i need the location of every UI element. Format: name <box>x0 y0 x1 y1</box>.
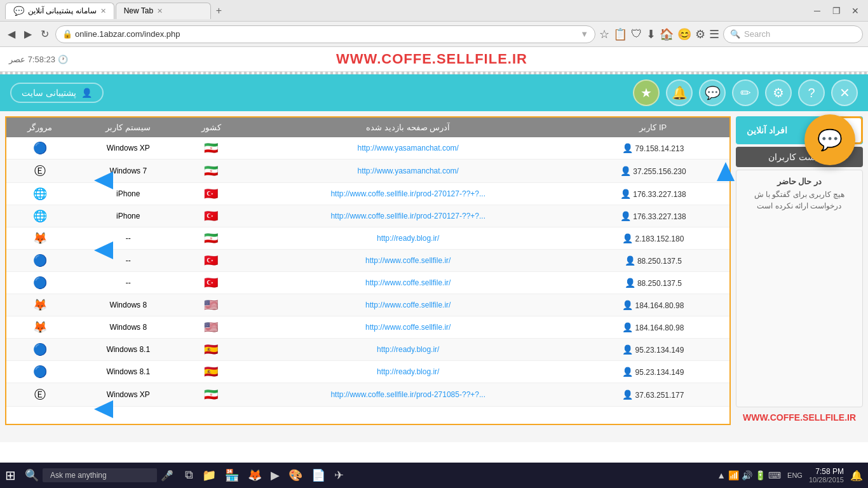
help-toolbar-btn[interactable]: ? <box>798 79 825 106</box>
cortana-icon[interactable]: 🎤 <box>161 470 173 482</box>
ip-cell: 184.164.80.98 👤 <box>577 316 729 339</box>
url-cell[interactable]: http://www.coffe.sellfile.ir/prod-270127… <box>240 205 577 227</box>
country-cell: 🇺🇸 <box>183 294 240 316</box>
file-explorer-icon[interactable]: 📁 <box>200 467 219 484</box>
url-cell[interactable]: http://ready.blog.ir/ <box>240 339 577 361</box>
url-cell[interactable]: http://www.coffe.sellfile.ir/ <box>240 294 577 316</box>
tab-support-label: سامانه پشتیبانی آنلاین <box>28 6 97 15</box>
country-cell: 🇮🇷 <box>183 137 240 159</box>
country-cell: 🇹🇷 <box>183 272 240 294</box>
wifi-icon: 📶 <box>728 470 739 480</box>
address-bar[interactable]: 🔒 online.1abzar.com/index.php ▼ <box>55 25 595 43</box>
os-cell: iPhone <box>74 205 183 227</box>
url-cell[interactable]: http://www.yasamanchat.com/ <box>240 159 577 183</box>
country-cell: 🇮🇷 <box>183 383 240 407</box>
bell-toolbar-btn[interactable]: 🔔 <box>666 79 693 106</box>
country-cell: 🇮🇷 <box>183 159 240 183</box>
url-cell[interactable]: http://www.coffe.sellfile.ir/prod-270127… <box>240 183 577 205</box>
profile-icon[interactable]: 😊 <box>677 27 691 41</box>
table-row[interactable]: 2.183.152.180 👤 http://ready.blog.ir/ 🇮🇷… <box>6 227 729 250</box>
lang-indicator[interactable]: ENG <box>787 471 803 479</box>
tray-up-icon[interactable]: ▲ <box>717 470 726 480</box>
url-cell[interactable]: http://www.yasamanchat.com/ <box>240 137 577 159</box>
taskview-icon[interactable]: ⧉ <box>182 467 196 484</box>
download-icon[interactable]: ⬇ <box>646 27 656 41</box>
dropdown-icon[interactable]: ▼ <box>580 29 588 39</box>
settings-icon[interactable]: ⚙ <box>695 27 705 41</box>
browser-cell: 🦊 <box>6 316 74 339</box>
star-icon[interactable]: ☆ <box>599 27 609 41</box>
restore-button[interactable]: ❐ <box>829 5 844 17</box>
url-cell[interactable]: http://www.coffe.sellfile.ir/prod-271085… <box>240 383 577 407</box>
star-toolbar-btn[interactable]: ★ <box>633 79 660 106</box>
table-row[interactable]: 184.164.80.98 👤 http://www.coffe.sellfil… <box>6 316 729 339</box>
site-time: 🕐 7:58:23 عصر <box>9 55 68 64</box>
url-cell[interactable]: http://www.coffe.sellfile.ir/ <box>240 316 577 339</box>
photoshop-icon[interactable]: 🎨 <box>286 467 305 484</box>
pdf-icon[interactable]: 📄 <box>309 467 328 484</box>
url-cell[interactable]: http://ready.blog.ir/ <box>240 227 577 250</box>
ip-cell: 88.250.137.5 👤 <box>577 250 729 272</box>
shield-icon[interactable]: 🛡 <box>631 27 642 41</box>
start-button[interactable]: ⊞ <box>5 468 16 483</box>
main-area: IP کاربر آدرس صفحه بازدید شده کشور سیستم… <box>0 111 868 430</box>
refresh-button[interactable]: ↻ <box>38 25 51 43</box>
forward-button[interactable]: ▶ <box>22 25 34 43</box>
new-tab-button[interactable]: + <box>211 3 227 19</box>
support-button[interactable]: 👤 پشتیبانی سایت <box>10 83 104 103</box>
os-cell: -- <box>74 250 183 272</box>
url-cell[interactable]: http://ready.blog.ir/ <box>240 361 577 383</box>
watermark-right: WWW.COFFE.SELLFILE.IR <box>736 410 863 425</box>
minimize-button[interactable]: ─ <box>810 5 825 17</box>
keyboard-icon: ⌨ <box>768 470 781 480</box>
telegram-icon[interactable]: ✈ <box>332 467 346 484</box>
table-row[interactable]: 184.164.80.98 👤 http://www.coffe.sellfil… <box>6 294 729 316</box>
os-cell: -- <box>74 227 183 250</box>
menu-icon[interactable]: ☰ <box>709 27 719 41</box>
notifications-icon[interactable]: 🔔 <box>850 470 863 482</box>
tab-support[interactable]: 💬 سامانه پشتیبانی آنلاین ✕ <box>5 3 114 19</box>
search-placeholder: Search <box>744 29 770 39</box>
ip-cell: 37.255.156.230 👤 <box>577 159 729 183</box>
time-text: 7:58:23 عصر <box>9 55 55 64</box>
table-row[interactable]: 176.33.227.138 👤 http://www.coffe.sellfi… <box>6 183 729 205</box>
back-button[interactable]: ◀ <box>5 25 18 43</box>
battery-icon: 🔋 <box>755 470 766 480</box>
table-row[interactable]: 95.23.134.149 👤 http://ready.blog.ir/ 🇪🇸… <box>6 361 729 383</box>
tab-close-newtab[interactable]: ✕ <box>157 7 163 15</box>
table-row[interactable]: 176.33.227.138 👤 http://www.coffe.sellfi… <box>6 205 729 227</box>
table-row[interactable]: 95.23.134.149 👤 http://ready.blog.ir/ 🇪🇸… <box>6 339 729 361</box>
table-row[interactable]: 37.255.156.230 👤 http://www.yasamanchat.… <box>6 159 729 183</box>
chat-toolbar-btn[interactable]: 💬 <box>699 79 726 106</box>
user-table-section: IP کاربر آدرس صفحه بازدید شده کشور سیستم… <box>5 116 731 425</box>
chat-bubble-icon[interactable]: 💬 <box>804 114 855 165</box>
store-icon[interactable]: 🏪 <box>222 467 241 484</box>
country-cell: 🇹🇷 <box>183 205 240 227</box>
tab-close-support[interactable]: ✕ <box>100 7 106 15</box>
url-cell[interactable]: http://www.coffe.sellfile.ir/ <box>240 250 577 272</box>
reader-icon[interactable]: 📋 <box>613 27 627 41</box>
url-cell[interactable]: http://www.coffe.sellfile.ir/ <box>240 272 577 294</box>
os-cell: Windows 8 <box>74 316 183 339</box>
address-bar-row: ◀ ▶ ↻ 🔒 online.1abzar.com/index.php ▼ ☆ … <box>0 22 868 47</box>
tab-newtab[interactable]: New Tab ✕ <box>116 3 211 19</box>
table-row[interactable]: 88.250.137.5 👤 http://www.coffe.sellfile… <box>6 250 729 272</box>
address-text: online.1abzar.com/index.php <box>75 29 180 39</box>
home-icon[interactable]: 🏠 <box>660 27 674 41</box>
table-row[interactable]: 37.63.251.177 👤 http://www.coffe.sellfil… <box>6 383 729 407</box>
os-cell: Windows XP <box>74 137 183 159</box>
firefox-icon[interactable]: 🦊 <box>245 467 264 484</box>
taskbar-search[interactable]: Ask me anything <box>43 468 157 482</box>
settings-toolbar-btn[interactable]: ⚙ <box>765 79 792 106</box>
window-controls: ─ ❐ ✕ <box>810 5 863 17</box>
browser-toolbar-icons: ☆ 📋 🛡 ⬇ 🏠 😊 ⚙ ☰ <box>599 27 719 41</box>
ip-cell: 79.158.14.213 👤 <box>577 137 729 159</box>
browser-cell: 🔵 <box>6 272 74 294</box>
search-box[interactable]: 🔍 Search <box>723 25 863 43</box>
close-toolbar-btn[interactable]: ✕ <box>831 79 858 106</box>
media-icon[interactable]: ▶ <box>268 467 282 484</box>
table-row[interactable]: 88.250.137.5 👤 http://www.coffe.sellfile… <box>6 272 729 294</box>
close-button[interactable]: ✕ <box>848 5 863 17</box>
table-row[interactable]: 79.158.14.213 👤 http://www.yasamanchat.c… <box>6 137 729 159</box>
edit-toolbar-btn[interactable]: ✏ <box>732 79 759 106</box>
